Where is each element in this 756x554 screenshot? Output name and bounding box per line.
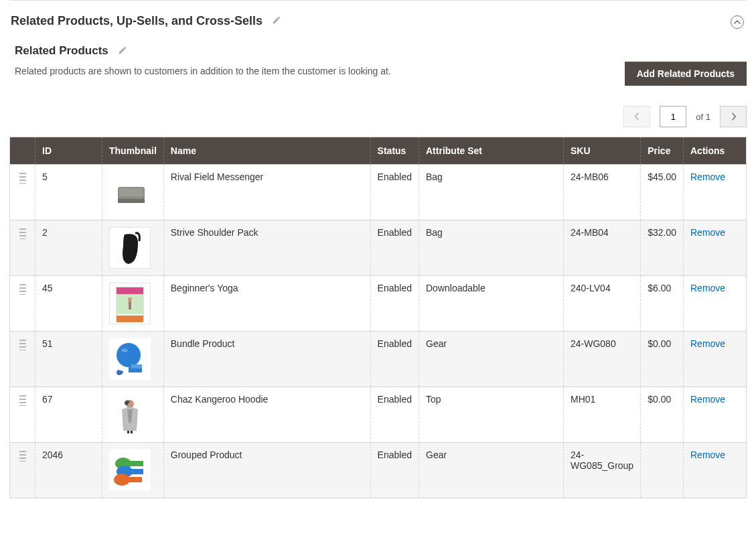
column-header-thumb[interactable]: Thumbnail <box>102 137 164 165</box>
cell-id: 5 <box>35 165 102 220</box>
column-header-id[interactable]: ID <box>35 137 102 165</box>
cell-attribute-set: Bag <box>419 220 564 276</box>
cell-actions: Remove <box>684 443 747 498</box>
cell-name: Bundle Product <box>163 332 370 387</box>
cell-name: Strive Shoulder Pack <box>163 220 370 276</box>
cell-id: 2046 <box>35 443 102 498</box>
cell-attribute-set: Downloadable <box>419 276 564 332</box>
table-row: 67 Chaz Kangeroo Hoodie Enabled Top MH01… <box>10 387 747 443</box>
cell-price <box>641 443 684 498</box>
cell-id: 45 <box>35 276 102 332</box>
cell-id: 67 <box>35 387 102 443</box>
cell-thumbnail <box>102 276 164 332</box>
table-row: 2046 Grouped Product Enabled Gear 24-WG0… <box>10 443 747 498</box>
cell-attribute-set: Gear <box>419 443 564 498</box>
cell-status: Enabled <box>370 220 419 276</box>
related-products-table: ID Thumbnail Name Status Attribute Set S… <box>9 137 747 498</box>
table-row: 51 Bundle Product Enabled Gear 24-WG080 … <box>10 332 747 387</box>
remove-link[interactable]: Remove <box>690 338 725 349</box>
cell-status: Enabled <box>370 276 419 332</box>
column-header-status[interactable]: Status <box>370 137 419 165</box>
cell-status: Enabled <box>370 387 419 443</box>
cell-price: $0.00 <box>641 332 684 387</box>
column-header-attr[interactable]: Attribute Set <box>419 137 564 165</box>
section-sub-title: Related Products <box>15 44 108 58</box>
cell-sku: MH01 <box>564 387 641 443</box>
drag-handle-icon[interactable] <box>19 451 26 462</box>
cell-name: Rival Field Messenger <box>163 165 370 220</box>
table-row: 5 Rival Field Messenger Enabled Bag 24-M… <box>10 165 747 220</box>
section-main-title: Related Products, Up-Sells, and Cross-Se… <box>11 14 262 28</box>
cell-sku: 24-MB04 <box>564 220 641 276</box>
section-header[interactable]: Related Products, Up-Sells, and Cross-Se… <box>9 1 747 44</box>
chevron-left-icon <box>634 112 640 121</box>
cell-actions: Remove <box>684 332 747 387</box>
table-row: 2 Strive Shoulder Pack Enabled Bag 24-MB… <box>10 220 747 276</box>
edit-icon[interactable] <box>272 15 281 27</box>
cell-sku: 240-LV04 <box>564 276 641 332</box>
cell-actions: Remove <box>684 276 747 332</box>
drag-handle-icon[interactable] <box>19 284 26 295</box>
pagination: of 1 <box>9 86 747 137</box>
cell-thumbnail <box>102 443 164 498</box>
remove-link[interactable]: Remove <box>690 171 725 182</box>
cell-sku: 24-MB06 <box>564 165 641 220</box>
drag-handle-icon[interactable] <box>19 340 26 350</box>
cell-thumbnail <box>102 165 164 220</box>
cell-thumbnail <box>102 332 164 387</box>
cell-price: $45.00 <box>641 165 684 220</box>
drag-handle-icon[interactable] <box>19 173 26 184</box>
column-header-drag <box>10 137 35 165</box>
product-thumbnail[interactable] <box>109 171 151 213</box>
collapse-toggle[interactable] <box>731 15 744 29</box>
cell-actions: Remove <box>684 387 747 443</box>
cell-price: $32.00 <box>641 220 684 276</box>
drag-handle-icon[interactable] <box>19 228 26 239</box>
cell-id: 2 <box>35 220 102 276</box>
cell-actions: Remove <box>684 165 747 220</box>
column-header-actions[interactable]: Actions <box>684 137 747 165</box>
chevron-up-icon <box>734 19 741 25</box>
table-row: 45 Beginner's Yoga Enabled Downloadable … <box>10 276 747 332</box>
cell-status: Enabled <box>370 332 419 387</box>
product-thumbnail[interactable] <box>109 449 151 491</box>
edit-icon[interactable] <box>118 46 127 57</box>
cell-status: Enabled <box>370 165 419 220</box>
column-header-price[interactable]: Price <box>641 137 684 165</box>
column-header-name[interactable]: Name <box>163 137 370 165</box>
cell-price: $0.00 <box>641 387 684 443</box>
remove-link[interactable]: Remove <box>690 227 725 238</box>
product-thumbnail[interactable] <box>109 227 151 269</box>
column-header-sku[interactable]: SKU <box>564 137 641 165</box>
page-total-label: of 1 <box>696 112 710 122</box>
cell-attribute-set: Gear <box>419 332 564 387</box>
cell-attribute-set: Bag <box>419 165 564 220</box>
chevron-right-icon <box>731 112 737 121</box>
next-page-button[interactable] <box>720 106 747 127</box>
product-thumbnail[interactable] <box>109 283 151 324</box>
cell-attribute-set: Top <box>419 387 564 443</box>
product-thumbnail[interactable] <box>109 394 151 435</box>
remove-link[interactable]: Remove <box>690 394 725 405</box>
cell-price: $6.00 <box>641 276 684 332</box>
cell-thumbnail <box>102 220 164 276</box>
product-thumbnail[interactable] <box>109 338 151 380</box>
cell-sku: 24-WG080 <box>564 332 641 387</box>
add-related-products-button[interactable]: Add Related Products <box>625 62 747 86</box>
cell-actions: Remove <box>684 220 747 276</box>
remove-link[interactable]: Remove <box>690 449 725 460</box>
cell-id: 51 <box>35 332 102 387</box>
cell-name: Beginner's Yoga <box>163 276 370 332</box>
cell-status: Enabled <box>370 443 419 498</box>
prev-page-button[interactable] <box>623 106 650 127</box>
remove-link[interactable]: Remove <box>690 283 725 293</box>
cell-sku: 24-WG085_Group <box>564 443 641 498</box>
cell-thumbnail <box>102 387 164 443</box>
drag-handle-icon[interactable] <box>19 395 26 406</box>
cell-name: Chaz Kangeroo Hoodie <box>163 387 370 443</box>
cell-name: Grouped Product <box>163 443 370 498</box>
page-number-input[interactable] <box>660 106 686 127</box>
